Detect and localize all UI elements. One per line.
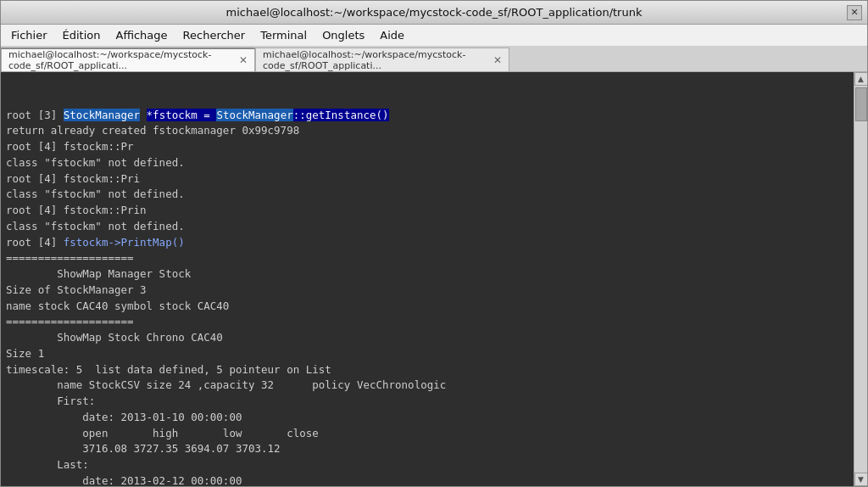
scrollbar: ▲ ▼ xyxy=(854,72,867,486)
terminal-line-11: Size of StockManager 3 xyxy=(6,283,849,299)
terminal-line-20: date: 2013-01-10 00:00:00 xyxy=(6,410,849,426)
tab-1-label: michael@localhost:~/workspace/mycstock-c… xyxy=(263,49,488,71)
menu-affichage[interactable]: Affichage xyxy=(108,27,174,43)
menu-fichier[interactable]: Fichier xyxy=(4,27,54,43)
terminal-line-0: root [3] StockManager *fstockm = StockMa… xyxy=(6,108,849,124)
scroll-up-button[interactable]: ▲ xyxy=(854,72,868,86)
menu-onglets[interactable]: Onglets xyxy=(315,27,371,43)
terminal-line-1: return already created fstockmanager 0x9… xyxy=(6,123,849,139)
terminal-line-7: class "fstockm" not defined. xyxy=(6,219,849,235)
terminal-line-13: name stock CAC40 symbol stock CAC40 xyxy=(6,299,849,315)
menu-aide[interactable]: Aide xyxy=(373,27,411,43)
scrollbar-thumb[interactable] xyxy=(855,87,867,121)
terminal-line-4: root [4] fstockm::Pri xyxy=(6,171,849,188)
scrollbar-track[interactable] xyxy=(854,86,867,473)
main-window: michael@localhost:~/workspace/mycstock-c… xyxy=(0,0,868,487)
menu-edition[interactable]: Édition xyxy=(56,27,108,43)
menu-bar: Fichier Édition Affichage Rechercher Ter… xyxy=(1,25,867,47)
terminal-line-8: root [4] fstockm->PrintMap() xyxy=(6,235,849,251)
menu-rechercher[interactable]: Rechercher xyxy=(176,27,253,43)
tab-0-label: michael@localhost:~/workspace/mycstock-c… xyxy=(8,49,234,71)
title-bar: michael@localhost:~/workspace/mycstock-c… xyxy=(1,1,867,25)
terminal-line-2: root [4] fstockm::Pr xyxy=(6,139,849,155)
terminal-line-15: ShowMap Stock Chrono CAC40 xyxy=(6,330,849,346)
tab-1-close[interactable]: ✕ xyxy=(493,54,502,66)
terminal-line-16: Size 1 xyxy=(6,346,849,362)
window-title: michael@localhost:~/workspace/mycstock-c… xyxy=(21,6,847,19)
terminal-line-24: date: 2013-02-12 00:00:00 xyxy=(6,473,849,486)
terminal-line-6: root [4] fstockm::Prin xyxy=(6,203,849,219)
terminal-line-5: class "fstockm" not defined. xyxy=(6,187,849,203)
scroll-down-button[interactable]: ▼ xyxy=(854,473,868,486)
terminal-line-17: timescale: 5 list data defined, 5 pointe… xyxy=(6,362,849,378)
tab-0-close[interactable]: ✕ xyxy=(239,54,248,66)
terminal-line-21: open high low close xyxy=(6,426,849,442)
terminal-line-10: ShowMap Manager Stock xyxy=(6,266,849,283)
terminal-output[interactable]: root [3] StockManager *fstockm = StockMa… xyxy=(1,72,854,486)
terminal-line-3: class "fstockm" not defined. xyxy=(6,155,849,171)
terminal-line-19: First: xyxy=(6,394,849,410)
terminal-line-9: ==================== xyxy=(6,250,849,266)
tabs-bar: michael@localhost:~/workspace/mycstock-c… xyxy=(1,47,867,72)
window-close-button[interactable]: ✕ xyxy=(847,5,862,20)
tab-0[interactable]: michael@localhost:~/workspace/mycstock-c… xyxy=(1,48,255,71)
terminal-area: root [3] StockManager *fstockm = StockMa… xyxy=(1,72,867,486)
terminal-line-14: ==================== xyxy=(6,314,849,330)
menu-terminal[interactable]: Terminal xyxy=(253,27,314,43)
tab-1[interactable]: michael@localhost:~/workspace/mycstock-c… xyxy=(255,48,509,71)
terminal-line-18: name StockCSV size 24 ,capacity 32 polic… xyxy=(6,378,849,394)
terminal-line-22: 3716.08 3727.35 3694.07 3703.12 xyxy=(6,441,849,457)
terminal-line-23: Last: xyxy=(6,457,849,473)
